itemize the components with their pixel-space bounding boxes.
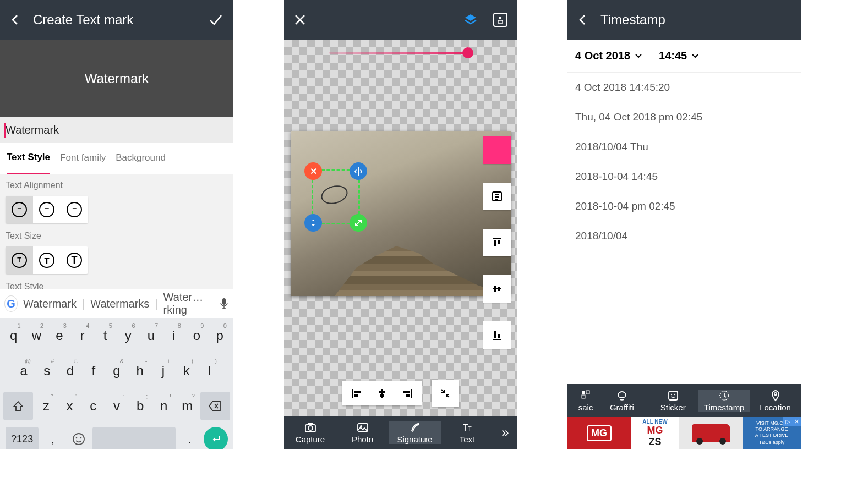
key-m[interactable]: m? (177, 392, 198, 420)
key-a[interactable]: a@ (13, 357, 34, 385)
canvas[interactable]: ✕ ‹|› (284, 40, 517, 416)
date-dropdown[interactable]: 4 Oct 2018 (575, 50, 642, 62)
color-tool[interactable] (483, 136, 511, 164)
google-icon[interactable]: G (4, 295, 18, 312)
key-z[interactable]: z* (35, 392, 57, 420)
horizontal-handle[interactable]: ‹|› (350, 162, 367, 180)
size-large-button[interactable]: T (61, 246, 88, 274)
key-n[interactable]: n! (153, 392, 174, 420)
align-hcenter-tool[interactable] (375, 387, 389, 400)
comma-key[interactable]: , (41, 427, 64, 449)
key-d[interactable]: d£ (59, 357, 80, 385)
key-e[interactable]: e3 (49, 321, 70, 350)
scale-handle[interactable] (350, 214, 367, 232)
opacity-slider[interactable] (329, 52, 472, 54)
shift-key[interactable] (3, 392, 33, 420)
toolbar-signature[interactable]: Signature (389, 421, 441, 444)
emoji-key[interactable] (67, 427, 90, 449)
suggestion-2[interactable]: Watermarks (90, 298, 149, 310)
back-icon[interactable] (10, 14, 21, 25)
format-option[interactable]: Thu, 04 Oct 2018 pm 02:45 (567, 102, 801, 132)
key-r[interactable]: r4 (72, 321, 93, 350)
key-l[interactable]: l) (199, 357, 220, 385)
period-key[interactable]: . (178, 427, 201, 449)
svg-text:T: T (468, 425, 472, 432)
align-right-tool[interactable] (401, 387, 414, 400)
backspace-key[interactable] (200, 392, 230, 420)
align-bottom-tool[interactable] (483, 321, 511, 349)
layers-icon[interactable] (463, 13, 478, 27)
svg-rect-24 (380, 394, 384, 397)
key-f[interactable]: f_ (83, 357, 104, 385)
size-small-button[interactable]: T (6, 246, 33, 274)
tab-background[interactable]: Background (116, 142, 166, 173)
suggestion-3[interactable]: Water…rking (163, 291, 214, 316)
align-left-button[interactable]: ≡ (6, 196, 33, 223)
watermark-text-input[interactable]: Watermark (0, 117, 233, 143)
slider-thumb[interactable] (462, 47, 473, 58)
size-medium-button[interactable]: T (33, 246, 61, 274)
ad-info-icon[interactable]: ▷ (783, 417, 792, 426)
toolbar-photo[interactable]: Photo (336, 421, 389, 444)
key-p[interactable]: p0 (209, 321, 230, 350)
toolbar-text[interactable]: TT Text (441, 421, 493, 444)
toolbar-sticker[interactable]: Sticker (647, 390, 698, 412)
tab-font-family[interactable]: Font family (60, 142, 106, 173)
align-center-tool[interactable] (483, 275, 511, 303)
key-v[interactable]: v: (106, 392, 128, 420)
align-center-button[interactable]: ≡ (33, 196, 61, 223)
key-w[interactable]: w2 (26, 321, 47, 350)
selection-box[interactable]: ✕ ‹|› (312, 169, 360, 224)
confirm-icon[interactable] (208, 12, 223, 28)
key-h[interactable]: h- (129, 357, 150, 385)
align-top-tool[interactable] (483, 229, 511, 256)
enter-key[interactable] (204, 427, 228, 449)
format-option[interactable]: 2018-10-04 pm 02:45 (567, 191, 801, 221)
template-tool[interactable] (483, 183, 511, 210)
toolbar-graffiti[interactable]: Graffiti (596, 390, 647, 412)
ad-close-icon[interactable]: ✕ (792, 417, 801, 426)
align-left-tool[interactable] (350, 387, 363, 400)
key-u[interactable]: u7 (141, 321, 162, 350)
toolbar-timestamp[interactable]: Timestamp (698, 390, 750, 412)
format-option[interactable]: 2018/10/04 (567, 221, 801, 251)
vertical-handle[interactable] (304, 214, 322, 232)
toolbar-location[interactable]: Location (750, 390, 801, 412)
suggestion-1[interactable]: Watermark (23, 298, 77, 310)
chevron-down-icon (691, 53, 699, 59)
format-option[interactable]: 2018/10/04 Thu (567, 132, 801, 162)
mic-icon[interactable] (219, 297, 229, 310)
svg-rect-35 (582, 391, 585, 394)
photo-layer[interactable]: ✕ ‹|› (291, 131, 511, 296)
time-dropdown[interactable]: 14:45 (659, 50, 699, 62)
toolbar-mosaic[interactable]: saic (567, 390, 596, 412)
collapse-tool[interactable] (432, 380, 459, 407)
back-icon[interactable] (577, 14, 588, 25)
svg-rect-11 (494, 240, 496, 246)
key-k[interactable]: k( (176, 357, 197, 385)
toolbar-more[interactable]: » (493, 425, 517, 440)
svg-rect-5 (499, 17, 501, 19)
toolbar-capture[interactable]: Capture (284, 421, 336, 444)
key-t[interactable]: t5 (95, 321, 116, 350)
key-y[interactable]: y6 (118, 321, 139, 350)
key-j[interactable]: j+ (152, 357, 173, 385)
key-c[interactable]: c' (83, 392, 104, 420)
key-i[interactable]: i8 (163, 321, 184, 350)
align-right-button[interactable]: ≡ (61, 196, 88, 223)
key-g[interactable]: g& (106, 357, 127, 385)
key-b[interactable]: b; (129, 392, 151, 420)
key-q[interactable]: q1 (3, 321, 24, 350)
format-option[interactable]: 2018-10-04 14:45 (567, 162, 801, 191)
tab-text-style[interactable]: Text Style (7, 142, 50, 174)
key-s[interactable]: s# (36, 357, 57, 385)
delete-handle[interactable]: ✕ (304, 162, 322, 180)
ad-banner[interactable]: MG ALL NEWMGZS VISIT MG.COTO ARRANGEA TE… (567, 417, 801, 449)
close-icon[interactable] (294, 14, 463, 26)
format-option[interactable]: 4 Oct 2018 14:45:20 (567, 73, 801, 102)
key-o[interactable]: o9 (187, 321, 208, 350)
space-key[interactable] (92, 427, 176, 449)
save-icon[interactable] (493, 13, 507, 27)
key-x[interactable]: x" (59, 392, 80, 420)
symbols-key[interactable]: ?123 (6, 427, 39, 449)
